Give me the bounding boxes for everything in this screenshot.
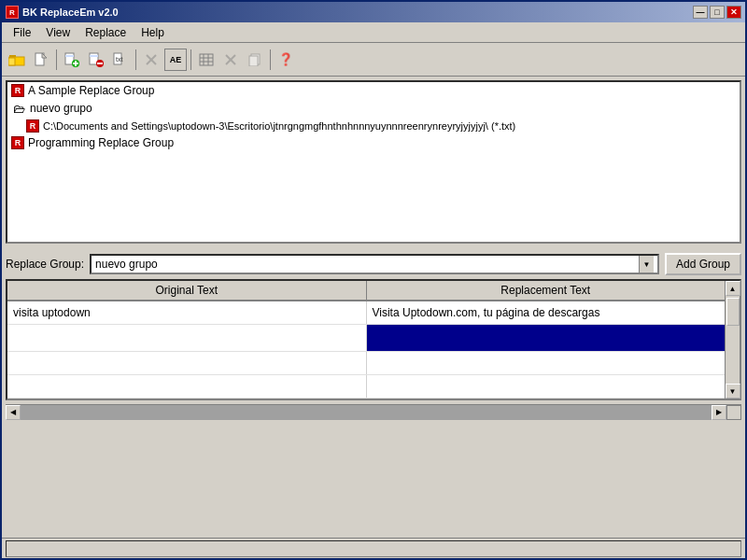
title-bar-left: R BK ReplaceEm v2.0 (6, 6, 119, 19)
replace-group-label: Replace Group: (6, 258, 84, 271)
bottom-section: Replace Group: nuevo grupo ▼ Add Group O… (2, 247, 745, 404)
grid-button[interactable] (195, 49, 218, 71)
r-icon: R (26, 119, 39, 133)
table-header: Original Text Replacement Text (7, 281, 725, 301)
status-panel (6, 540, 741, 557)
col-original-text: Original Text (7, 281, 367, 300)
replacement-text-cell (367, 325, 726, 351)
maximize-button[interactable]: □ (710, 6, 725, 19)
original-text-cell: visita uptodown (7, 301, 367, 324)
menu-help[interactable]: Help (134, 24, 172, 41)
menu-view[interactable]: View (38, 24, 78, 41)
open-button[interactable] (6, 49, 28, 71)
tree-item-nuevo-grupo[interactable]: 🗁 nuevo grupo (7, 99, 740, 118)
ae-button[interactable]: AE (164, 49, 187, 71)
title-bar: R BK ReplaceEm v2.0 — □ ✕ (2, 2, 745, 22)
r-icon: R (11, 84, 24, 97)
menu-replace[interactable]: Replace (78, 24, 134, 41)
toolbar-separator-4 (270, 49, 271, 70)
window-title: BK ReplaceEm v2.0 (22, 7, 119, 18)
original-text-cell (7, 325, 367, 351)
replacement-text-cell (367, 375, 726, 398)
replace-group-select[interactable]: nuevo grupo ▼ (90, 254, 659, 274)
app-icon: R (6, 6, 19, 19)
dropdown-arrow-icon[interactable]: ▼ (639, 256, 654, 273)
svg-rect-19 (200, 54, 213, 65)
remove-button[interactable] (85, 49, 107, 71)
scroll-thumb[interactable] (726, 298, 740, 326)
scroll-up-button[interactable]: ▲ (726, 281, 740, 296)
toolbar: txt AE (2, 43, 745, 77)
copy-button[interactable] (244, 49, 266, 71)
tree-item-label: Programming Replace Group (28, 136, 174, 149)
replacements-table: Original Text Replacement Text visita up… (6, 279, 741, 400)
scroll-track (21, 405, 712, 420)
close-button[interactable]: ✕ (726, 6, 741, 19)
delete-button[interactable] (219, 49, 242, 71)
tree-item-programming-group[interactable]: R Programming Replace Group (7, 134, 740, 151)
toolbar-separator-2 (135, 49, 136, 70)
add-button[interactable] (61, 49, 83, 71)
scroll-down-button[interactable]: ▼ (726, 384, 740, 399)
replacement-text-cell (367, 352, 726, 374)
scroll-right-button[interactable]: ▶ (712, 405, 726, 420)
add-group-button[interactable]: Add Group (665, 253, 741, 275)
table-row[interactable] (7, 325, 725, 352)
tree-item-label: A Sample Replace Group (28, 84, 154, 97)
scroll-corner (726, 405, 741, 420)
toolbar-separator-3 (190, 49, 191, 70)
tree-item-sample-group[interactable]: R A Sample Replace Group (7, 82, 740, 99)
minimize-button[interactable]: — (693, 6, 708, 19)
main-content: R A Sample Replace Group 🗁 nuevo grupo R… (2, 77, 745, 538)
r-icon: R (11, 136, 24, 149)
toolbar-separator-1 (56, 49, 57, 70)
svg-rect-7 (65, 55, 74, 57)
help-button[interactable]: ❓ (275, 49, 297, 71)
scroll-left-button[interactable]: ◀ (6, 405, 21, 420)
replace-group-value: nuevo grupo (95, 258, 158, 271)
horizontal-scrollbar[interactable]: ◀ ▶ (6, 404, 741, 419)
menu-file[interactable]: File (6, 24, 38, 41)
table-row[interactable]: visita uptodown Visita Uptodown.com, tu … (7, 301, 725, 325)
col-replacement-text: Replacement Text (367, 281, 726, 300)
svg-rect-2 (8, 58, 15, 65)
tree-item-label: nuevo grupo (30, 102, 92, 115)
tree-item-file[interactable]: R C:\Documents and Settings\uptodown-3\E… (7, 118, 740, 134)
table-main: Original Text Replacement Text visita up… (7, 281, 725, 399)
replacement-text-cell: Visita Uptodown.com, tu página de descar… (367, 301, 726, 324)
cut-button[interactable] (140, 49, 162, 71)
tree-item-path: C:\Documents and Settings\uptodown-3\Esc… (43, 120, 515, 132)
vertical-scrollbar[interactable]: ▲ ▼ (725, 281, 740, 399)
svg-rect-27 (249, 56, 258, 66)
status-bar (2, 538, 745, 558)
table-row[interactable] (7, 352, 725, 375)
replace-group-row: Replace Group: nuevo grupo ▼ Add Group (6, 253, 741, 275)
svg-rect-12 (90, 55, 98, 57)
original-text-cell (7, 375, 367, 398)
main-window: R BK ReplaceEm v2.0 — □ ✕ File View Repl… (0, 0, 747, 560)
svg-text:txt: txt (116, 56, 122, 63)
tree-area[interactable]: R A Sample Replace Group 🗁 nuevo grupo R… (6, 80, 741, 244)
table-row[interactable] (7, 375, 725, 399)
menu-bar: File View Replace Help (2, 22, 745, 43)
edit-button[interactable]: txt (109, 49, 132, 71)
new-button[interactable] (30, 49, 52, 71)
window-controls: — □ ✕ (693, 6, 741, 19)
folder-icon: 🗁 (11, 101, 26, 116)
original-text-cell (7, 352, 367, 374)
